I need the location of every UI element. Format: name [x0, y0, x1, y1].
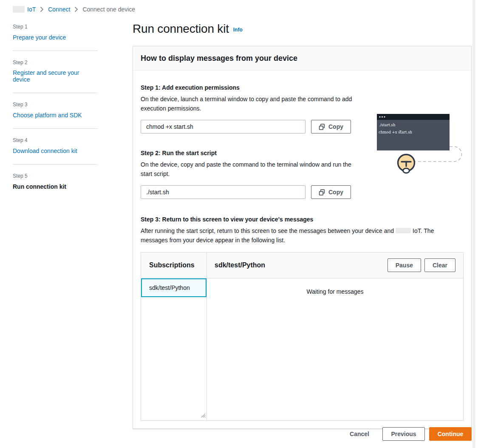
card-title: How to display messages from your device [141, 54, 297, 63]
copy-button-label: Copy [328, 123, 343, 130]
step-number-label: Step 1 [13, 24, 98, 30]
topic-header: sdk/test/Python Pause Clear [207, 252, 463, 278]
messages-area: Waiting for messages [207, 278, 463, 420]
copy-button-label: Copy [328, 189, 343, 196]
topic-actions: Pause Clear [387, 258, 455, 272]
pause-button[interactable]: Pause [387, 258, 421, 272]
step1-description: On the device, launch a terminal window … [141, 94, 370, 113]
step-number-label: Step 5 [13, 173, 98, 179]
page-title-row: Run connection kit Info [133, 22, 472, 36]
wizard-footer: Cancel Previous Continue [133, 427, 472, 441]
breadcrumb-link-iot[interactable]: IoT [27, 6, 36, 13]
section-step3: Step 3: Return to this screen to view yo… [141, 216, 464, 245]
steps-sidebar: Step 1 Prepare your device Step 2 Regist… [13, 20, 98, 200]
previous-button[interactable]: Previous [382, 427, 425, 441]
breadcrumb-service[interactable]: IoT [13, 6, 36, 13]
sidebar-item-step3: Step 3 Choose platform and SDK [13, 93, 98, 128]
vertical-scrollbar[interactable] [472, 0, 475, 448]
step1-heading: Step 1: Add execution permissions [141, 84, 464, 91]
step2-description: On the device, copy and paste the comman… [141, 160, 370, 179]
step3-desc-line1-before: After running the start script, return t… [141, 227, 394, 234]
main-content: Run connection kit Info How to display m… [133, 22, 472, 429]
page-title: Run connection kit [133, 22, 229, 36]
card-header: How to display messages from your device [133, 46, 471, 71]
step3-heading: Step 3: Return to this screen to view yo… [141, 216, 464, 223]
sidebar-item-step2: Step 2 Register and secure your device [13, 51, 98, 93]
step2-command-input[interactable] [141, 185, 305, 199]
step2-desc-line2: start script. [141, 169, 370, 179]
step3-desc-line2: messages from your device appear in the … [141, 235, 464, 245]
subscriptions-list: sdk/test/Python [141, 278, 207, 420]
copy-icon [319, 189, 325, 196]
section-step2: Step 2: Run the start script On the devi… [141, 150, 464, 199]
redacted-text [13, 6, 25, 13]
subscriptions-header: Subscriptions [141, 252, 207, 278]
step1-command-row: Copy [141, 120, 464, 133]
sidebar-item-step5-current: Step 5 Run connection kit [13, 164, 98, 200]
chevron-right-icon [74, 6, 78, 12]
step-number-label: Step 2 [13, 60, 98, 65]
sidebar-current-step-label: Run connection kit [13, 183, 66, 190]
redacted-text [396, 228, 411, 233]
step1-copy-button[interactable]: Copy [311, 120, 351, 133]
clear-button[interactable]: Clear [424, 258, 455, 272]
breadcrumb-current: Connect one device [82, 6, 135, 13]
step1-desc-line1: On the device, launch a terminal window … [141, 94, 370, 104]
waiting-message: Waiting for messages [306, 288, 363, 295]
breadcrumb-link-connect[interactable]: Connect [48, 6, 70, 13]
resize-handle-icon[interactable] [200, 412, 206, 420]
step2-desc-line1: On the device, copy and paste the comman… [141, 160, 370, 169]
how-to-card: How to display messages from your device… [133, 46, 472, 429]
topic-title: sdk/test/Python [215, 261, 387, 269]
copy-icon [319, 124, 325, 130]
step3-desc-line1-after: IoT. The [413, 227, 434, 234]
chevron-right-icon [40, 6, 44, 12]
sidebar-link-choose-platform[interactable]: Choose platform and SDK [13, 112, 82, 119]
mqtt-message-panel: Subscriptions sdk/test/Python Pause Clea… [141, 252, 464, 421]
step-number-label: Step 3 [13, 102, 98, 108]
step1-desc-line2: execution permissions. [141, 104, 370, 113]
subscription-item-selected[interactable]: sdk/test/Python [141, 278, 206, 297]
card-body: ./start.sh _ chmod +x start.sh Step 1: A… [133, 71, 471, 428]
sidebar-link-prepare-device[interactable]: Prepare your device [13, 34, 66, 41]
cancel-button[interactable]: Cancel [350, 431, 369, 437]
step3-description: After running the start script, return t… [141, 226, 464, 245]
sidebar-item-step4: Step 4 Download connection kit [13, 129, 98, 164]
sidebar-link-register-device[interactable]: Register and secure your device [13, 69, 98, 83]
breadcrumb: IoT Connect Connect one device [13, 6, 135, 13]
step2-heading: Step 2: Run the start script [141, 150, 464, 156]
info-link[interactable]: Info [233, 27, 243, 33]
step-number-label: Step 4 [13, 137, 98, 143]
step1-command-input[interactable] [141, 120, 305, 133]
continue-button[interactable]: Continue [429, 427, 472, 441]
sidebar-link-download-kit[interactable]: Download connection kit [13, 147, 77, 154]
step2-copy-button[interactable]: Copy [311, 185, 351, 199]
section-step1: Step 1: Add execution permissions On the… [141, 84, 464, 133]
step3-desc-line1: After running the start script, return t… [141, 226, 464, 235]
step2-command-row: Copy [141, 185, 464, 199]
sidebar-item-step1: Step 1 Prepare your device [13, 20, 98, 51]
